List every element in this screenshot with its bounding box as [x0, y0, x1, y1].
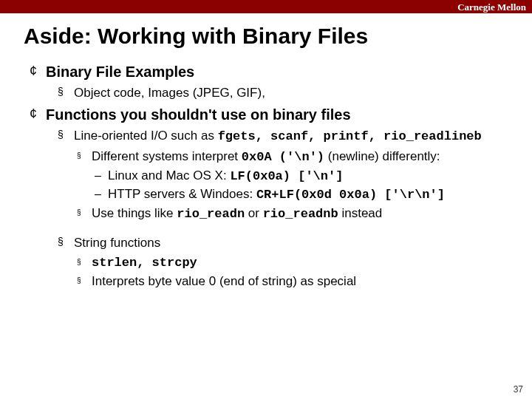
bullet-text: HTTP servers & Windoes: CR+LF(0x0d 0x0a)… [108, 186, 511, 204]
bullet-text: String functions [74, 235, 511, 252]
code: rio_readnb [263, 207, 338, 221]
bullet-text: Linux and Mac OS X: LF(0x0a) ['\n'] [108, 168, 511, 185]
code: strlen, strcpy [92, 255, 511, 272]
bullet-linux: – Linux and Mac OS X: LF(0x0a) ['\n'] [95, 168, 511, 185]
code: fgets, scanf, printf, rio_readlineb [218, 129, 482, 143]
bullet-examples-sub: § Object code, Images (JPEG, GIF), [58, 85, 511, 102]
slide: Carnegie Mellon Aside: Working with Bina… [0, 0, 532, 399]
text: Line-oriented I/O such as [74, 129, 218, 143]
code: CR+LF(0x0d 0x0a) ['\r\n'] [256, 188, 445, 202]
bullet-text: Binary File Examples [46, 62, 511, 82]
bullet-examples: ¢ Binary File Examples [30, 62, 511, 82]
bullet-text: Interprets byte value 0 (end of string) … [92, 273, 511, 290]
bullet-marker: – [95, 168, 108, 185]
code: rio_readn [177, 207, 245, 221]
text: Different systems interpret [92, 149, 242, 163]
bullet-text: Different systems interpret 0x0A ('\n') … [92, 149, 511, 166]
bullet-use-instead: § Use things like rio_readn or rio_readn… [77, 205, 511, 223]
bullet-marker: § [58, 235, 74, 252]
bullet-marker: § [58, 85, 74, 102]
text: HTTP servers & Windoes: [108, 187, 256, 201]
brand-bar: Carnegie Mellon [0, 0, 532, 13]
bullet-text: Object code, Images (JPEG, GIF), [74, 85, 511, 102]
slide-body: ¢ Binary File Examples § Object code, Im… [0, 62, 532, 290]
bullet-lineio: § Line-oriented I/O such as fgets, scanf… [58, 128, 511, 146]
code: 0x0A ('\n') [242, 150, 324, 164]
brand-text: Carnegie Mellon [457, 1, 526, 13]
page-number: 37 [514, 384, 523, 395]
bullet-http: – HTTP servers & Windoes: CR+LF(0x0d 0x0… [95, 186, 511, 204]
bullet-marker: § [58, 128, 74, 146]
code: LF(0x0a) ['\n'] [230, 169, 343, 183]
bullet-marker: ¢ [30, 62, 46, 82]
text: instead [338, 206, 383, 220]
text: Linux and Mac OS X: [108, 168, 230, 183]
bullet-strlen: § strlen, strcpy [77, 255, 511, 272]
slide-title: Aside: Working with Binary Files [0, 13, 532, 61]
bullet-string-funcs: § String functions [58, 235, 511, 252]
bullet-marker: ¢ [30, 105, 46, 125]
bullet-text: Line-oriented I/O such as fgets, scanf, … [74, 128, 511, 146]
bullet-text: Use things like rio_readn or rio_readnb … [92, 205, 511, 223]
text: or [245, 206, 263, 220]
bullet-marker: § [77, 149, 92, 166]
bullet-functions: ¢ Functions you shouldn't use on binary … [30, 105, 511, 125]
bullet-marker: § [77, 273, 92, 290]
bullet-marker: § [77, 205, 92, 223]
text: Use things like [92, 206, 177, 220]
bullet-diff-systems: § Different systems interpret 0x0A ('\n'… [77, 149, 511, 166]
bullet-text: Functions you shouldn't use on binary fi… [46, 105, 511, 125]
bullet-interpret: § Interprets byte value 0 (end of string… [77, 273, 511, 290]
bullet-marker: § [77, 255, 92, 272]
bullet-marker: – [95, 186, 108, 204]
text: (newline) differently: [324, 149, 440, 163]
